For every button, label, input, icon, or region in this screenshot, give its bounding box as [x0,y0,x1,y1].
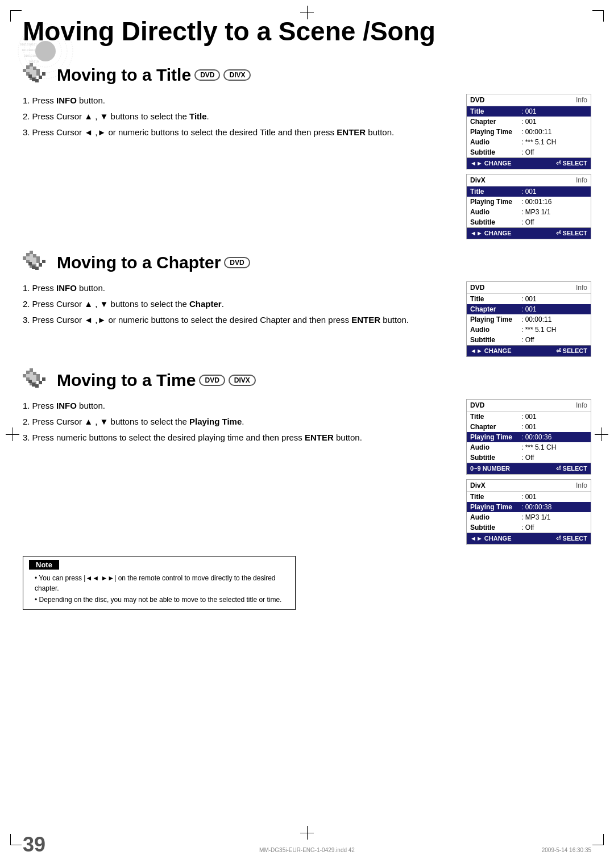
section-header: Moving to a Chapter DVD [23,251,591,275]
section-arrow-icon [23,63,52,87]
panel-footer: ◄► CHANGE ⏎ SELECT [467,227,591,239]
svg-rect-36 [30,258,33,261]
step-item: Press Cursor ▲ , ▼ buttons to select the… [23,297,449,311]
info-panel: DVD Info Title : 001 Chapter : 001 Playi… [466,281,591,357]
row-label: Chapter [467,117,518,127]
table-row: Audio : *** 5.1 CH [467,137,591,147]
format-label: DVD [470,401,484,409]
note-bullet: • Depending on the disc, you may not be … [35,595,289,605]
row-value: : 00:00:38 [518,502,591,512]
section-title: Moving to a Chapter [57,253,221,272]
panel-footer: 0~9 NUMBER ⏎ SELECT [467,463,591,474]
footer-right: ⏎ SELECT [556,465,587,472]
corner-mark-bl [10,834,22,845]
section-title: Moving to a Time [57,371,196,390]
row-label: Playing Time [467,314,518,325]
section-body: Press INFO button.Press Cursor ▲ , ▼ but… [23,281,591,357]
info-label: Info [576,481,587,489]
crosshair-left [6,427,19,441]
panel-footer: ◄► CHANGE ⏎ SELECT [467,533,591,544]
table-row: Playing Time : 00:00:11 [467,314,591,325]
table-row: Audio : *** 5.1 CH [467,325,591,335]
format-label: DivX [470,481,486,489]
svg-rect-50 [23,374,26,377]
section-instructions: Press INFO button.Press Cursor ▲ , ▼ but… [23,281,449,357]
table-row: Subtitle : Off [467,522,591,533]
row-value: : 001 [518,492,591,502]
step-item: Press Cursor ◄ ,► or numeric buttons to … [23,313,449,327]
row-label: Playing Time [467,502,518,512]
svg-rect-29 [42,72,45,76]
section-header: Moving to a Time DVDDIVX [23,368,591,392]
section-panels: DVD Info Title : 001 Chapter : 001 Playi… [466,399,591,545]
svg-rect-24 [36,72,40,76]
page-content: Moving Directly to a Scene /Song Moving … [23,17,591,610]
row-label: Title [467,186,518,197]
svg-rect-15 [30,67,33,70]
svg-rect-34 [30,251,33,254]
section-instructions: Press INFO button.Press Cursor ▲ , ▼ but… [23,399,449,545]
panel-header: DVD Info [467,94,591,106]
row-value: : *** 5.1 CH [518,137,591,147]
crosshair-right [595,427,608,441]
table-row: Title : 001 [467,186,591,197]
step-item: Press INFO button. [23,399,449,413]
row-label: Title [467,412,518,422]
svg-rect-69 [42,377,45,381]
format-badge: DVD [224,257,250,268]
row-value: : MP3 1/1 [518,207,591,217]
row-value: : *** 5.1 CH [518,442,591,452]
row-value: : Off [518,217,591,227]
table-row: Playing Time : 00:00:36 [467,432,591,442]
svg-rect-39 [33,254,36,258]
step-item: Press Cursor ▲ , ▼ buttons to select the… [23,415,449,429]
footer-left: ◄► CHANGE [470,230,512,237]
info-label: Info [576,176,587,184]
svg-rect-64 [36,377,40,381]
table-row: Title : 001 [467,294,591,304]
row-value: : 00:00:36 [518,432,591,442]
section-time: Moving to a Time DVDDIVX Press INFO butt… [23,368,591,545]
table-row: Title : 001 [467,492,591,502]
panel-header: DivX Info [467,175,591,186]
row-label: Audio [467,325,518,335]
sections-container: Moving to a Title DVDDIVX Press INFO but… [23,63,591,545]
row-label: Subtitle [467,217,518,227]
svg-rect-47 [35,267,39,270]
svg-rect-45 [28,262,32,265]
svg-rect-11 [26,65,30,69]
panel-header: DivX Info [467,480,591,492]
row-label: Title [467,294,518,304]
page-number: 39 [23,833,45,857]
row-value: : 001 [518,294,591,304]
table-row: Chapter : 001 [467,117,591,127]
svg-rect-60 [33,375,36,379]
row-label: Title [467,106,518,117]
svg-rect-61 [33,379,36,382]
section-arrow-icon [23,251,52,275]
row-value: : 001 [518,117,591,127]
table-row: Chapter : 001 [467,422,591,432]
table-row: Playing Time : 00:01:16 [467,197,591,207]
format-badge: DVD [199,375,225,386]
note-bullet: • You can press |◄◄ ►►| on the remote co… [35,573,289,593]
step-item: Press numeric buttons to select the desi… [23,431,449,445]
row-label: Chapter [467,304,518,314]
corner-mark-br [592,834,604,845]
row-label: Subtitle [467,147,518,157]
svg-rect-21 [33,73,36,77]
svg-rect-26 [32,78,35,81]
info-panel: DivX Info Title : 001 Playing Time : 00:… [466,479,591,545]
footer-right: ⏎ SELECT [556,230,587,237]
table-row: Subtitle : Off [467,217,591,227]
panel-table: Title : 001 Chapter : 001 Playing Time :… [467,106,591,157]
panel-table: Title : 001 Playing Time : 00:01:16 Audi… [467,186,591,227]
row-value: : 00:00:11 [518,314,591,325]
row-value: : 001 [518,304,591,314]
info-panel: DivX Info Title : 001 Playing Time : 00:… [466,174,591,239]
panel-table: Title : 001 Playing Time : 00:00:38 Audi… [467,492,591,533]
table-row: Title : 001 [467,106,591,117]
panel-header: DVD Info [467,400,591,412]
row-value: : Off [518,335,591,345]
row-value: : 00:00:11 [518,127,591,137]
